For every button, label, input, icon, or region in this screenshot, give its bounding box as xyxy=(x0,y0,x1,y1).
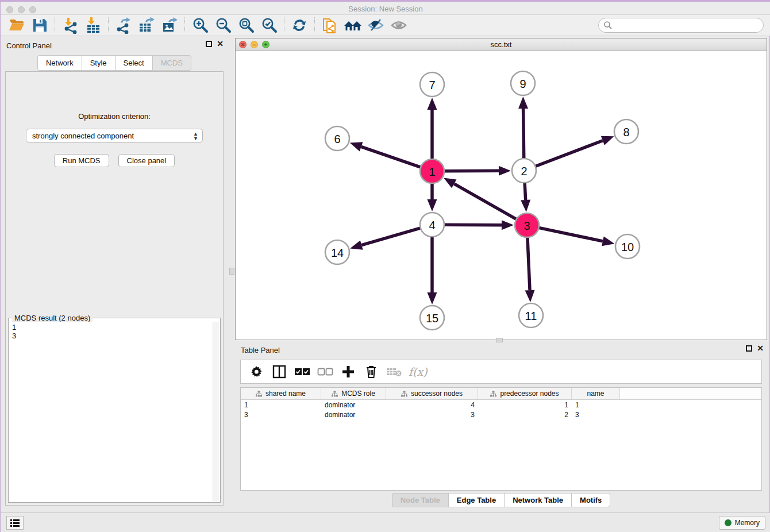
svg-text:11: 11 xyxy=(525,310,537,322)
tab-network[interactable]: Network xyxy=(37,55,82,71)
graph-node-8[interactable]: 8 xyxy=(614,119,638,144)
svg-text:9: 9 xyxy=(519,78,526,90)
table-cell: 4 xyxy=(386,401,478,409)
graph-node-4[interactable]: 4 xyxy=(420,213,444,237)
delete-column-icon[interactable] xyxy=(363,363,380,380)
task-history-button[interactable] xyxy=(6,516,24,530)
close-table-panel-icon[interactable]: ✕ xyxy=(757,345,764,352)
graph-node-3[interactable]: 3 xyxy=(515,213,539,237)
node-table[interactable]: shared nameMCDS rolesuccessor nodesprede… xyxy=(240,387,762,491)
zoom-out-icon[interactable] xyxy=(211,16,234,34)
tab-edge-table[interactable]: Edge Table xyxy=(448,493,504,507)
function-builder-icon[interactable]: f(x) xyxy=(409,365,428,378)
arrowhead-3-11 xyxy=(525,290,535,302)
edge-3-10[interactable] xyxy=(539,228,603,241)
run-mcds-button[interactable]: Run MCDS xyxy=(54,154,109,167)
optimization-criterion-select[interactable]: strongly connected component ▲▼ xyxy=(26,129,203,142)
arrowhead-4-14 xyxy=(350,241,363,250)
graph-node-11[interactable]: 11 xyxy=(519,303,543,327)
column-header-predecessor-nodes[interactable]: predecessor nodes xyxy=(478,388,572,399)
graph-node-15[interactable]: 15 xyxy=(420,306,444,330)
arrowhead-2-8 xyxy=(601,136,614,145)
network-minimize-icon[interactable]: − xyxy=(251,41,258,48)
horizontal-splitter-grip[interactable] xyxy=(496,338,503,342)
graph-node-2[interactable]: 2 xyxy=(512,159,536,183)
edge-2-9[interactable] xyxy=(523,109,524,159)
column-header-successor-nodes[interactable]: successor nodes xyxy=(386,388,478,399)
mcds-result-group: MCDS result (2 nodes) 1 3 xyxy=(8,318,221,503)
column-header-name[interactable]: name xyxy=(572,388,620,399)
vertical-splitter-grip[interactable] xyxy=(229,268,234,275)
edge-2-3[interactable] xyxy=(525,183,526,200)
network-close-icon[interactable]: ✕ xyxy=(239,41,247,48)
delete-table-icon[interactable] xyxy=(386,363,403,380)
column-header-MCDS-role[interactable]: MCDS role xyxy=(321,388,386,399)
search-input[interactable] xyxy=(616,21,759,29)
tab-mcds[interactable]: MCDS xyxy=(152,55,191,71)
export-network-icon[interactable] xyxy=(112,16,135,34)
save-session-icon[interactable] xyxy=(28,16,51,34)
tab-node-table[interactable]: Node Table xyxy=(392,493,448,507)
tab-motifs[interactable]: Motifs xyxy=(571,493,610,507)
network-canvas[interactable]: 7968124314101511 xyxy=(236,51,767,340)
memory-status-icon xyxy=(725,519,732,526)
graph-node-6[interactable]: 6 xyxy=(325,126,349,151)
network-view-window: ✕ − + scc.txt 7968124314101511 xyxy=(235,38,767,340)
show-hide-graphics-icon[interactable] xyxy=(364,16,387,34)
table-row[interactable]: 1dominator411 xyxy=(241,400,761,410)
svg-text:14: 14 xyxy=(331,246,344,259)
edge-1-6[interactable] xyxy=(361,147,421,167)
network-maximize-icon[interactable]: + xyxy=(262,41,270,48)
graph-node-7[interactable]: 7 xyxy=(420,72,444,97)
refresh-layout-icon[interactable] xyxy=(288,16,311,34)
edge-4-14[interactable] xyxy=(361,228,421,245)
zoom-in-icon[interactable] xyxy=(188,16,211,34)
select-all-checkboxes-icon[interactable] xyxy=(294,363,311,380)
edge-3-11[interactable] xyxy=(528,237,530,290)
import-network-icon[interactable] xyxy=(59,16,82,34)
edge-4-3[interactable] xyxy=(444,225,502,225)
open-session-icon[interactable] xyxy=(5,16,28,34)
select-stepper-icon: ▲▼ xyxy=(193,132,198,141)
memory-button[interactable]: Memory xyxy=(719,516,765,530)
table-row[interactable]: 3dominator323 xyxy=(241,410,761,419)
mcds-result-list[interactable]: 1 3 xyxy=(10,322,212,501)
float-table-panel-icon[interactable] xyxy=(746,345,752,352)
table-toolbar: f(x) xyxy=(240,360,762,384)
graph-node-14[interactable]: 14 xyxy=(325,240,349,264)
edge-1-2[interactable] xyxy=(444,171,499,171)
close-panel-icon[interactable]: ✕ xyxy=(217,41,224,47)
zoom-fit-icon[interactable] xyxy=(234,16,257,34)
close-panel-button[interactable]: Close panel xyxy=(118,154,175,167)
result-scrollbar[interactable] xyxy=(213,322,220,501)
import-table-icon[interactable] xyxy=(82,16,105,34)
add-column-icon[interactable] xyxy=(340,363,357,380)
column-header-shared-name[interactable]: shared name xyxy=(241,388,321,399)
tab-network-table[interactable]: Network Table xyxy=(504,493,571,507)
graph-node-1[interactable]: 1 xyxy=(420,159,444,183)
tab-select[interactable]: Select xyxy=(115,55,152,71)
graph-node-10[interactable]: 10 xyxy=(615,234,640,259)
float-panel-icon[interactable] xyxy=(206,41,212,47)
search-box[interactable] xyxy=(598,18,764,33)
export-image-icon[interactable] xyxy=(158,16,181,34)
clear-checkboxes-icon[interactable] xyxy=(317,363,334,380)
arrowhead-3-10 xyxy=(602,237,614,246)
gear-icon[interactable] xyxy=(248,363,265,380)
edge-3-1[interactable] xyxy=(454,184,517,219)
zoom-selected-icon[interactable] xyxy=(257,16,280,34)
svg-text:15: 15 xyxy=(426,312,438,325)
main-toolbar xyxy=(1,15,770,36)
graph-node-9[interactable]: 9 xyxy=(511,71,535,95)
show-hide-eye-icon[interactable] xyxy=(387,16,410,34)
svg-text:7: 7 xyxy=(429,79,435,91)
export-table-icon[interactable] xyxy=(135,16,158,34)
table-cell: 1 xyxy=(478,401,572,409)
home-pages-icon[interactable] xyxy=(341,16,364,34)
control-panel: Control Panel ✕ NetworkStyleSelectMCDS O… xyxy=(1,38,228,511)
split-column-icon[interactable] xyxy=(271,363,288,380)
copy-network-icon[interactable] xyxy=(318,16,341,34)
network-view-titlebar[interactable]: ✕ − + scc.txt xyxy=(236,38,767,51)
edge-2-8[interactable] xyxy=(536,141,603,167)
tab-style[interactable]: Style xyxy=(82,55,115,71)
